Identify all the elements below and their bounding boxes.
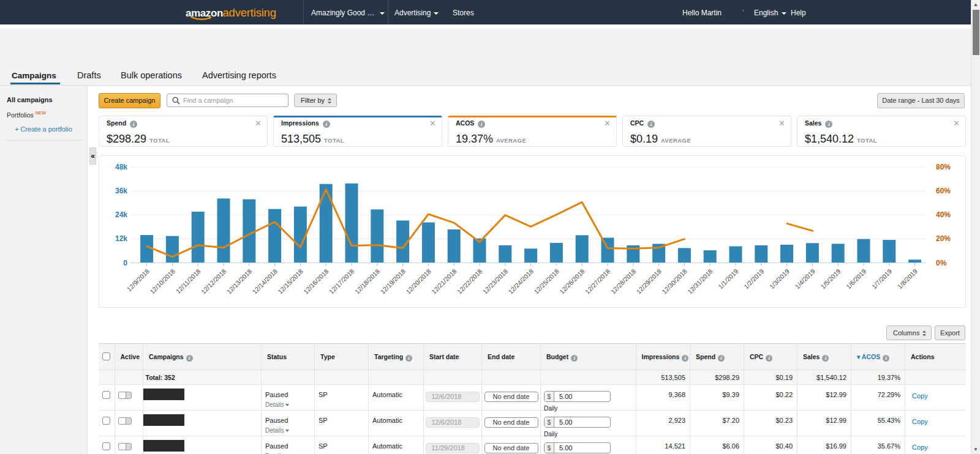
svg-text:1/3/2019: 1/3/2019 [768,267,791,290]
svg-text:12/12/2018: 12/12/2018 [200,267,228,296]
svg-text:12/17/2018: 12/17/2018 [328,267,356,296]
svg-text:12/27/2018: 12/27/2018 [584,267,612,296]
svg-text:12/10/2018: 12/10/2018 [148,267,176,296]
svg-text:12/29/2018: 12/29/2018 [635,267,663,296]
svg-text:48k: 48k [115,163,127,171]
svg-text:12/18/2018: 12/18/2018 [353,267,382,296]
svg-text:20%: 20% [936,234,951,243]
svg-text:12/19/2018: 12/19/2018 [379,267,407,296]
svg-text:12/9/2018: 12/9/2018 [125,267,151,293]
svg-text:12/16/2018: 12/16/2018 [302,267,330,296]
svg-text:12/11/2018: 12/11/2018 [175,267,202,295]
svg-text:12/23/2018: 12/23/2018 [481,267,510,296]
svg-text:60%: 60% [936,187,951,195]
svg-text:12/21/2018: 12/21/2018 [430,267,458,296]
svg-text:advertising: advertising [223,6,276,19]
svg-text:1/2/2019: 1/2/2019 [742,267,765,290]
svg-text:40%: 40% [936,210,951,219]
svg-text:1/4/2019: 1/4/2019 [793,267,816,290]
svg-text:12/13/2018: 12/13/2018 [225,267,254,296]
svg-text:80%: 80% [936,163,951,171]
svg-text:12/14/2018: 12/14/2018 [251,267,279,296]
svg-text:12/22/2018: 12/22/2018 [456,267,484,296]
svg-text:12k: 12k [115,234,127,243]
svg-text:12/28/2018: 12/28/2018 [609,267,638,296]
svg-text:24k: 24k [115,210,127,219]
svg-text:12/30/2018: 12/30/2018 [660,267,688,296]
svg-text:12/25/2018: 12/25/2018 [532,267,560,296]
svg-text:12/20/2018: 12/20/2018 [404,267,432,296]
svg-text:1/7/2019: 1/7/2019 [870,267,893,290]
svg-text:0: 0 [123,259,127,267]
svg-text:0%: 0% [936,259,947,267]
svg-text:12/15/2018: 12/15/2018 [276,267,304,296]
svg-text:1/1/2019: 1/1/2019 [717,267,739,290]
svg-text:36k: 36k [115,187,127,195]
svg-text:12/31/2018: 12/31/2018 [686,267,714,296]
svg-text:1/5/2019: 1/5/2019 [819,267,842,290]
svg-text:1/6/2019: 1/6/2019 [845,267,867,290]
svg-text:12/24/2018: 12/24/2018 [507,267,535,296]
svg-text:1/8/2019: 1/8/2019 [896,267,919,290]
svg-text:12/26/2018: 12/26/2018 [558,267,586,296]
